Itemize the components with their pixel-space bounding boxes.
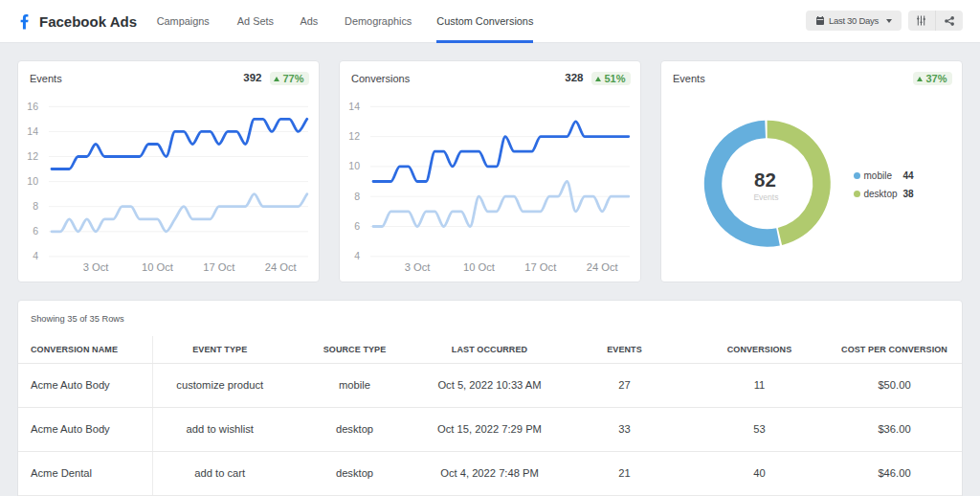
svg-text:24 Oct: 24 Oct xyxy=(587,261,619,273)
svg-text:24 Oct: 24 Oct xyxy=(265,261,298,273)
svg-text:desktop: desktop xyxy=(864,189,898,199)
svg-text:mobile: mobile xyxy=(864,170,893,181)
svg-text:14: 14 xyxy=(27,125,38,137)
svg-text:6: 6 xyxy=(33,225,38,237)
svg-text:10: 10 xyxy=(27,175,38,187)
svg-text:14: 14 xyxy=(348,101,360,112)
svg-text:10: 10 xyxy=(348,160,360,171)
svg-text:38: 38 xyxy=(902,189,914,199)
svg-text:10 Oct: 10 Oct xyxy=(142,261,174,273)
svg-text:82: 82 xyxy=(754,169,776,191)
svg-text:17 Oct: 17 Oct xyxy=(203,261,235,273)
svg-text:12: 12 xyxy=(27,150,38,162)
svg-text:8: 8 xyxy=(354,191,360,202)
svg-text:Events: Events xyxy=(753,192,778,202)
svg-text:16: 16 xyxy=(27,101,38,112)
svg-text:12: 12 xyxy=(348,130,360,142)
svg-text:44: 44 xyxy=(902,170,914,181)
svg-text:4: 4 xyxy=(354,250,360,261)
svg-text:4: 4 xyxy=(33,250,38,261)
svg-text:3 Oct: 3 Oct xyxy=(83,261,110,273)
svg-text:6: 6 xyxy=(354,220,360,232)
svg-text:3 Oct: 3 Oct xyxy=(405,261,432,273)
svg-text:10 Oct: 10 Oct xyxy=(463,261,496,273)
svg-text:17 Oct: 17 Oct xyxy=(524,261,557,273)
svg-text:8: 8 xyxy=(33,200,38,212)
